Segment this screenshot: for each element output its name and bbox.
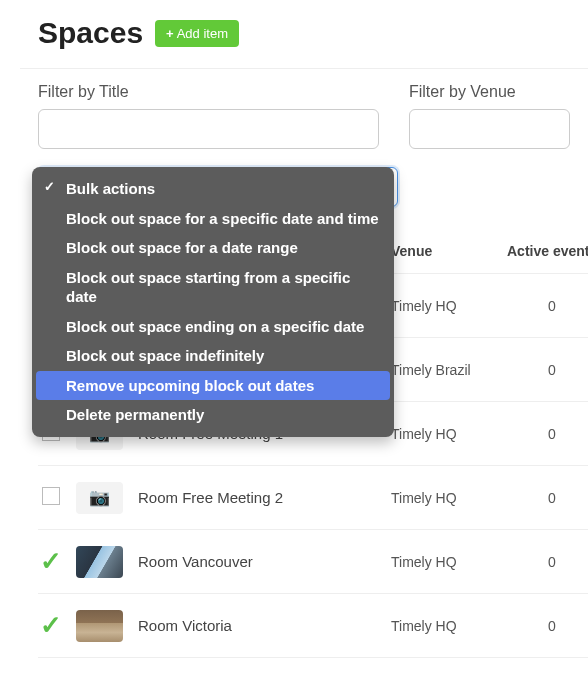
row-venue: Timely HQ — [391, 298, 507, 314]
column-venue: Venue — [391, 243, 507, 259]
row-active-events: 0 — [507, 554, 588, 570]
row-venue: Timely HQ — [391, 618, 507, 634]
row-title[interactable]: Room Victoria — [126, 617, 391, 634]
bulk-option-label: Block out space for a date range — [66, 239, 298, 256]
row-active-events: 0 — [507, 298, 588, 314]
row-venue: Timely HQ — [391, 554, 507, 570]
check-icon[interactable]: ✓ — [40, 610, 62, 641]
row-active-events: 0 — [507, 490, 588, 506]
row-thumbnail — [76, 610, 123, 642]
filter-venue-input[interactable] — [409, 109, 570, 149]
row-active-events: 0 — [507, 618, 588, 634]
row-venue: Timely Brazil — [391, 362, 507, 378]
table-row: ✓Room VictoriaTimely HQ0 — [38, 594, 588, 658]
table-row: 📷Room Free Meeting 2Timely HQ0 — [38, 466, 588, 530]
row-thumbnail — [76, 546, 123, 578]
bulk-actions-dropdown[interactable]: ✓Bulk actionsBlock out space for a speci… — [32, 167, 394, 437]
camera-icon: 📷 — [76, 482, 123, 514]
bulk-option-label: Block out space ending on a specific dat… — [66, 318, 364, 335]
bulk-option-label: Bulk actions — [66, 180, 155, 197]
bulk-option-1[interactable]: Block out space for a specific date and … — [36, 204, 390, 234]
bulk-option-4[interactable]: Block out space ending on a specific dat… — [36, 312, 390, 342]
bulk-option-label: Block out space starting from a specific… — [66, 269, 350, 306]
plus-icon: + — [166, 26, 174, 41]
table-row: ✓Room VancouverTimely HQ0 — [38, 530, 588, 594]
row-venue: Timely HQ — [391, 426, 507, 442]
row-venue: Timely HQ — [391, 490, 507, 506]
filter-venue-label: Filter by Venue — [409, 83, 570, 101]
bulk-option-3[interactable]: Block out space starting from a specific… — [36, 263, 390, 312]
check-icon: ✓ — [44, 179, 55, 196]
bulk-option-2[interactable]: Block out space for a date range — [36, 233, 390, 263]
bulk-option-label: Delete permanently — [66, 406, 204, 423]
column-active-events: Active events — [507, 243, 588, 259]
row-active-events: 0 — [507, 426, 588, 442]
row-checkbox[interactable] — [42, 487, 60, 505]
add-item-button[interactable]: + Add item — [155, 20, 239, 47]
bulk-option-label: Block out space indefinitely — [66, 347, 264, 364]
row-active-events: 0 — [507, 362, 588, 378]
check-icon[interactable]: ✓ — [40, 546, 62, 577]
page-title: Spaces — [38, 16, 143, 50]
add-item-label: Add item — [177, 26, 228, 41]
bulk-option-7[interactable]: Delete permanently — [36, 400, 390, 430]
bulk-option-6[interactable]: Remove upcoming block out dates — [36, 371, 390, 401]
bulk-option-5[interactable]: Block out space indefinitely — [36, 341, 390, 371]
filter-title-label: Filter by Title — [38, 83, 379, 101]
row-title[interactable]: Room Vancouver — [126, 553, 391, 570]
bulk-option-label: Block out space for a specific date and … — [66, 210, 379, 227]
filter-title-input[interactable] — [38, 109, 379, 149]
bulk-option-label: Remove upcoming block out dates — [66, 377, 314, 394]
bulk-option-0[interactable]: ✓Bulk actions — [36, 174, 390, 204]
row-title[interactable]: Room Free Meeting 2 — [126, 489, 391, 506]
